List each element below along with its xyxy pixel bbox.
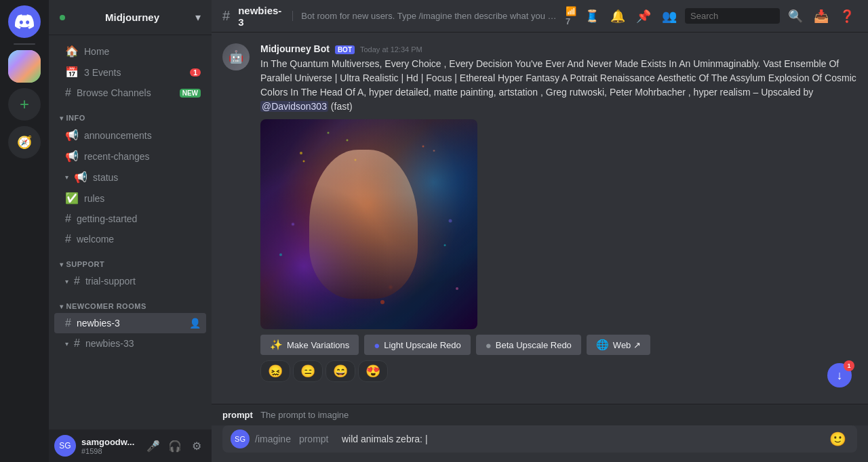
- sidebar-item-status[interactable]: ▾ 📢 status: [54, 167, 206, 188]
- action-buttons: ✨ Make Variations ● Light Upscale Redo ●…: [260, 335, 857, 355]
- sidebar-item-label: newbies-3: [77, 318, 120, 329]
- sidebar-item-trial-support[interactable]: ▾ # trial-support: [54, 271, 206, 291]
- light-upscale-redo-button[interactable]: ● Light Upscale Redo: [364, 335, 471, 355]
- server-icon-midjourney[interactable]: [8, 50, 41, 83]
- sidebar-item-welcome[interactable]: # welcome: [54, 229, 206, 249]
- members-icon: 👥: [662, 9, 677, 24]
- inbox-icon: 📥: [814, 9, 829, 24]
- newbies-3-icon: #: [65, 317, 71, 329]
- home-icon: 🏠: [65, 45, 79, 58]
- sidebar-item-newbies-33[interactable]: ▾ # newbies-33: [54, 333, 206, 354]
- web-button[interactable]: 🌐 Web ↗: [587, 335, 650, 355]
- category-info[interactable]: ▾ INFO: [49, 103, 212, 125]
- sidebar-item-getting-started[interactable]: # getting-started: [54, 209, 206, 229]
- sidebar-item-announcements[interactable]: 📢 announcements: [54, 125, 206, 146]
- prompt-hint-text: The prompt to imagine: [260, 410, 349, 420]
- search-button[interactable]: 🔍: [785, 6, 806, 26]
- sidebar-item-label: recent-changes: [84, 151, 150, 162]
- message-container: 🤖 Midjourney Bot BOT Today at 12:34 PM I…: [222, 43, 857, 382]
- prompt-label: prompt: [222, 410, 253, 420]
- signal-icon: 📶: [566, 6, 576, 16]
- sidebar-item-recent-changes[interactable]: 📢 recent-changes: [54, 146, 206, 167]
- inbox-button[interactable]: 📥: [811, 6, 831, 26]
- search-input[interactable]: [685, 8, 780, 24]
- category-newcomer-rooms[interactable]: ▾ NEWCOMER ROOMS: [49, 291, 212, 313]
- make-variations-button[interactable]: ✨ Make Variations: [260, 335, 359, 355]
- mic-button[interactable]: 🎤: [144, 436, 163, 455]
- input-wrapper: SG /imagine prompt wild animals zebra: 🙂: [222, 425, 857, 453]
- recent-changes-icon: 📢: [65, 150, 79, 163]
- welcome-icon: #: [65, 233, 71, 245]
- light-upscale-icon: ●: [374, 339, 380, 351]
- message-input[interactable]: prompt wild animals zebra:: [296, 425, 821, 453]
- category-chevron-icon: ▾: [60, 114, 64, 122]
- prompt-hint: prompt The prompt to imagine: [212, 404, 868, 425]
- message-time: Today at 12:34 PM: [360, 45, 422, 54]
- pin-icon: 📌: [636, 9, 651, 24]
- main-content: # newbies-3 Bot room for new users. Type…: [212, 0, 868, 462]
- bot-tag: BOT: [335, 45, 355, 54]
- user-panel: SG samgoodw... #1598 🎤 🎧 ⚙: [49, 429, 212, 462]
- svg-point-6: [449, 219, 452, 223]
- notification-button[interactable]: 🔔: [608, 6, 628, 26]
- scroll-to-bottom-button[interactable]: ↓ 1: [827, 363, 852, 387]
- chevron-down-icon: ▾: [195, 11, 201, 24]
- channel-description: Bot room for new users. Type /imagine th…: [292, 11, 557, 21]
- threads-button[interactable]: 🧵: [582, 6, 602, 26]
- beta-upscale-redo-button[interactable]: ● Beta Upscale Redo: [476, 335, 581, 355]
- input-avatar: SG: [231, 429, 250, 448]
- rules-icon: ✅: [65, 192, 79, 205]
- button-label: Light Upscale Redo: [384, 340, 460, 350]
- reaction-angry[interactable]: 😖: [260, 360, 290, 382]
- sidebar-item-label: status: [93, 172, 118, 183]
- button-label: Web ↗: [613, 340, 641, 350]
- getting-started-icon: #: [65, 213, 71, 225]
- threads-icon: 🧵: [585, 9, 599, 24]
- sidebar-item-events[interactable]: 📅 3 Events 1: [54, 62, 206, 83]
- sidebar-item-newbies-3[interactable]: # newbies-3 👤: [54, 313, 206, 333]
- pin-button[interactable]: 📌: [633, 6, 654, 26]
- channel-title: newbies-3: [238, 5, 281, 28]
- avatar-initials: SG: [59, 441, 71, 450]
- headset-button[interactable]: 🎧: [165, 436, 184, 455]
- sidebar-item-label: announcements: [84, 130, 152, 141]
- emoji-button[interactable]: 🙂: [827, 428, 849, 450]
- user-tag: #1598: [81, 447, 138, 455]
- reaction-love[interactable]: 😍: [358, 360, 388, 382]
- message-content: Midjourney Bot BOT Today at 12:34 PM In …: [260, 43, 857, 382]
- cosmic-svg: [260, 119, 477, 329]
- members-button[interactable]: 👥: [659, 6, 679, 26]
- svg-point-9: [328, 132, 330, 134]
- message-header: Midjourney Bot BOT Today at 12:34 PM: [260, 43, 857, 54]
- trial-support-icon: #: [74, 275, 80, 287]
- reaction-happy[interactable]: 😄: [326, 360, 355, 382]
- messages-area[interactable]: 🤖 Midjourney Bot BOT Today at 12:34 PM I…: [212, 33, 868, 404]
- sidebar-item-label: Home: [84, 46, 109, 57]
- sidebar-item-label: trial-support: [85, 276, 136, 287]
- user-info: samgoodw... #1598: [81, 437, 138, 455]
- trial-support-chevron-icon: ▾: [65, 278, 68, 285]
- beta-upscale-icon: ●: [486, 339, 492, 351]
- add-icon: +: [20, 95, 29, 114]
- sidebar-item-home[interactable]: 🏠 Home: [54, 41, 206, 62]
- server-icon-add[interactable]: +: [8, 88, 41, 121]
- user-name: samgoodw...: [81, 437, 138, 447]
- sidebar-item-browse[interactable]: # Browse Channels NEW: [54, 83, 206, 103]
- server-icon-discord[interactable]: [8, 5, 41, 38]
- message-text: In The Quantum Multiverses, Every Choice…: [260, 57, 857, 114]
- new-badge: NEW: [180, 89, 201, 98]
- svg-rect-3: [260, 119, 477, 329]
- help-icon: ❓: [840, 9, 854, 24]
- input-prompt-label: prompt: [299, 434, 329, 444]
- server-header[interactable]: Midjourney ▾: [49, 0, 212, 35]
- category-label: INFO: [66, 114, 85, 122]
- emoji-icon: 🙂: [829, 432, 846, 446]
- status-chevron-icon: ▾: [65, 173, 68, 181]
- bot-avatar: 🤖: [222, 43, 250, 70]
- help-button[interactable]: ❓: [837, 6, 857, 26]
- sidebar-item-rules[interactable]: ✅ rules: [54, 188, 206, 209]
- server-icon-explore[interactable]: 🧭: [8, 126, 41, 159]
- category-support[interactable]: ▾ SUPPORT: [49, 249, 212, 271]
- reaction-neutral[interactable]: 😑: [293, 360, 323, 382]
- settings-button[interactable]: ⚙: [187, 436, 206, 455]
